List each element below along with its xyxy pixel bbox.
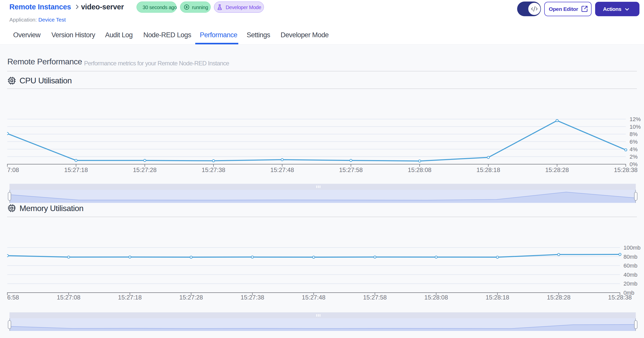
- svg-text:80mb: 80mb: [623, 254, 637, 260]
- svg-text:15:27:48: 15:27:48: [302, 294, 325, 301]
- svg-text:15:27:58: 15:27:58: [339, 166, 363, 173]
- svg-text:20mb: 20mb: [623, 280, 637, 287]
- svg-text:15:27:18: 15:27:18: [64, 166, 88, 173]
- svg-text:15:27:38: 15:27:38: [202, 166, 225, 173]
- svg-text:15:28:28: 15:28:28: [545, 166, 569, 173]
- svg-text:0mb: 0mb: [623, 290, 634, 296]
- svg-text:15:27:58: 15:27:58: [363, 294, 387, 301]
- svg-text:15:28:18: 15:28:18: [485, 294, 509, 301]
- svg-text:7:08: 7:08: [7, 166, 19, 173]
- svg-text:15:27:48: 15:27:48: [270, 166, 294, 173]
- svg-text:10%: 10%: [630, 124, 641, 130]
- svg-text:15:28:38: 15:28:38: [614, 166, 637, 173]
- svg-text:15:28:08: 15:28:08: [408, 166, 431, 173]
- svg-text:15:28:18: 15:28:18: [477, 166, 500, 173]
- svg-text:0%: 0%: [630, 161, 638, 167]
- svg-text:2%: 2%: [630, 154, 638, 160]
- svg-text:100mb: 100mb: [623, 245, 640, 251]
- svg-text:4%: 4%: [630, 146, 638, 153]
- svg-text:8%: 8%: [630, 131, 638, 137]
- svg-text:15:27:28: 15:27:28: [133, 166, 157, 173]
- svg-text:15:27:28: 15:27:28: [179, 294, 203, 301]
- svg-text:6:58: 6:58: [7, 294, 19, 301]
- svg-text:15:28:08: 15:28:08: [424, 294, 448, 301]
- svg-text:12%: 12%: [630, 116, 641, 122]
- svg-text:60mb: 60mb: [623, 262, 637, 269]
- svg-text:40mb: 40mb: [623, 272, 637, 278]
- svg-text:6%: 6%: [630, 139, 638, 145]
- svg-text:15:27:38: 15:27:38: [241, 294, 264, 301]
- svg-text:15:27:18: 15:27:18: [118, 294, 142, 301]
- svg-text:15:28:28: 15:28:28: [547, 294, 570, 301]
- svg-text:15:27:08: 15:27:08: [57, 294, 80, 301]
